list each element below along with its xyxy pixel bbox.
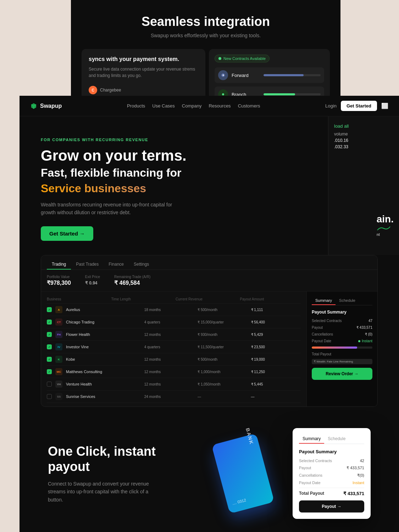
contract-forward-bar [264, 74, 321, 76]
nav-customers[interactable]: Customers [238, 103, 260, 109]
hero-left: FOR COMPANIES WITH RECURRING REVENUE Gro… [41, 138, 378, 241]
payout-button[interactable]: Payout → [299, 500, 364, 512]
company-chicago: Chicago Trading [66, 320, 141, 324]
payout-progress-fill [312, 347, 357, 349]
payout-card-row-contracts: Selected Contracts 42 [299, 459, 364, 463]
checkbox-1[interactable]: ✓ [47, 307, 52, 312]
revenue-1: ₹ 15,000/quarter [198, 320, 247, 324]
payout-card: Summary Schedule Payout Summary Selected… [293, 428, 371, 519]
payout-cancel-value: ₹(0) [357, 473, 364, 478]
checkbox-6[interactable]: ✓ [47, 369, 52, 374]
company-flower: Flower Health [66, 332, 141, 337]
total-value: ₹ 433,571 [343, 491, 364, 496]
payout-card-tab-schedule[interactable]: Schedule [324, 434, 349, 444]
table-row: VH Venture Health 12 months ₹ 1,050/mont… [47, 378, 301, 390]
tab-finance[interactable]: Finance [104, 260, 129, 270]
nav-products[interactable]: Products [127, 103, 145, 109]
payout-card-row-cancel: Cancellations ₹(0) [299, 473, 364, 478]
contract-branch-fill [264, 93, 295, 95]
stat-exit-label: Exit Price [85, 275, 100, 279]
hero-section: FOR COMPANIES WITH RECURRING REVENUE Gro… [20, 116, 399, 255]
dashboard-table: Business Time Length Current Revenue Pay… [41, 292, 306, 406]
payout-card-row-payout: Payout ₹ 433,571 [299, 466, 364, 470]
payout-progress-bar [312, 347, 372, 349]
logo-icon [30, 102, 37, 110]
volume-text: volume [334, 132, 393, 137]
company-investor: Investor Vine [66, 345, 141, 349]
nav-resources[interactable]: Resources [209, 103, 231, 109]
company-kobe: Kobe [66, 357, 141, 361]
bank-card [211, 433, 274, 514]
company-logo-sunrise: SS [55, 393, 62, 400]
review-order-button[interactable]: Review Order → [312, 368, 372, 380]
contract-forward-name: Forward [232, 73, 260, 78]
time-7: 24 months [144, 395, 194, 399]
tab-past-trades[interactable]: Past Trades [71, 260, 104, 270]
summary-tab-schedule[interactable]: Schedule [336, 297, 359, 305]
summary-row-date: Payout Date Instant [312, 339, 372, 343]
checkbox-4[interactable]: ✓ [47, 344, 52, 349]
revenue-6: ₹ 1,050/month [198, 382, 247, 386]
revenue-4: ₹ 500/month [198, 358, 247, 361]
payout-0: ₹ 1,111 [251, 308, 301, 312]
company-logo-aurelius: A [55, 306, 62, 313]
navbar: Swapup Products Use Cases Company Resour… [20, 96, 399, 116]
summary-row-payout: Payout ₹ 433,571 [312, 326, 372, 329]
payout-3: ₹ 23,500 [251, 345, 301, 349]
nav-use-cases[interactable]: Use Cases [152, 103, 175, 109]
payout-summary-panel: Summary Schedule Payout Summary Selected… [306, 292, 377, 406]
one-click-description: Connect to Swapup and convert your reven… [48, 480, 161, 504]
hero-cta-button[interactable]: Get Started → [41, 226, 93, 241]
chargebee-logo: C [89, 86, 97, 94]
hero-title-sub: Fast, flexible financing for [41, 166, 371, 179]
revenue-2: ₹ 930/month [198, 333, 247, 337]
stat-remaining-value: ₹ 469,584 [114, 280, 140, 286]
company-logo-chicago: CT [55, 318, 62, 326]
login-button[interactable]: Login [325, 103, 337, 109]
total-label: Total Payout [299, 491, 324, 496]
one-click-title: One Click, instant payout [48, 444, 193, 474]
cancellations-value: ₹ (0) [365, 332, 372, 336]
stat-remaining-label: Remaining Trade (A/R) [114, 275, 150, 279]
main-dark-section: Swapup Products Use Cases Company Resour… [20, 96, 399, 532]
checkbox-7[interactable] [47, 382, 52, 387]
checkbox-5[interactable]: ✓ [47, 357, 52, 362]
payout-date-value2: Instant [353, 481, 364, 485]
payout-card-tab-summary[interactable]: Summary [299, 434, 324, 444]
company-sunrise: Sunrise Services [66, 394, 141, 399]
for-companies-badge: FOR COMPANIES WITH RECURRING REVENUE [41, 138, 371, 142]
time-5: 12 months [144, 370, 194, 374]
revenue-3: ₹ 11,500/quarter [198, 345, 247, 349]
svg-point-2 [222, 93, 224, 95]
table-row: ✓ A Aurelius 18 months ₹ 500/month ₹ 1,1… [47, 304, 301, 316]
revenue-0: ₹ 500/month [198, 308, 247, 312]
forward-icon [218, 70, 228, 80]
get-started-button[interactable]: Get Started [341, 101, 377, 111]
summary-tab-summary[interactable]: Summary [312, 297, 336, 305]
table-header-row: Business Time Length Current Revenue Pay… [47, 295, 301, 304]
cancellations-label: Cancellations [312, 332, 333, 336]
checkbox-3[interactable]: ✓ [47, 332, 52, 337]
nav-company[interactable]: Company [182, 103, 202, 109]
payout-summary-title: Payout Summary [312, 310, 372, 315]
stat-portfolio: Portfolio Value ₹978,300 [47, 275, 71, 286]
contract-forward-fill [264, 74, 303, 76]
new-contracts-badge: New Contracts Available [215, 55, 270, 62]
checkbox-2[interactable]: ✓ [47, 320, 52, 325]
table-row: ✓ CT Chicago Trading 4 quarters ₹ 15,000… [47, 316, 301, 328]
stat-remaining: Remaining Trade (A/R) ₹ 469,584 [114, 275, 150, 286]
bank-card-visual [207, 438, 278, 509]
payout-selected-value: 42 [360, 459, 364, 463]
col-payout: Payout Amount [240, 297, 301, 301]
time-1: 4 quarters [144, 320, 194, 324]
checkbox-8[interactable] [47, 394, 52, 399]
right-val-1: .010.16 [334, 138, 393, 143]
dashboard-stats: Portfolio Value ₹978,300 Exit Price ₹ 0.… [41, 270, 377, 292]
tab-trading[interactable]: Trading [47, 260, 71, 270]
hero-description: Wealth transforms recurring revenue into… [41, 201, 176, 217]
revenue-5: ₹ 1,000/month [198, 370, 247, 374]
col-time: Time Length [111, 297, 172, 301]
tab-settings[interactable]: Settings [129, 260, 154, 270]
right-gain-panel: ain. nt [373, 209, 397, 241]
navbar-links: Products Use Cases Company Resources Cus… [62, 103, 325, 109]
